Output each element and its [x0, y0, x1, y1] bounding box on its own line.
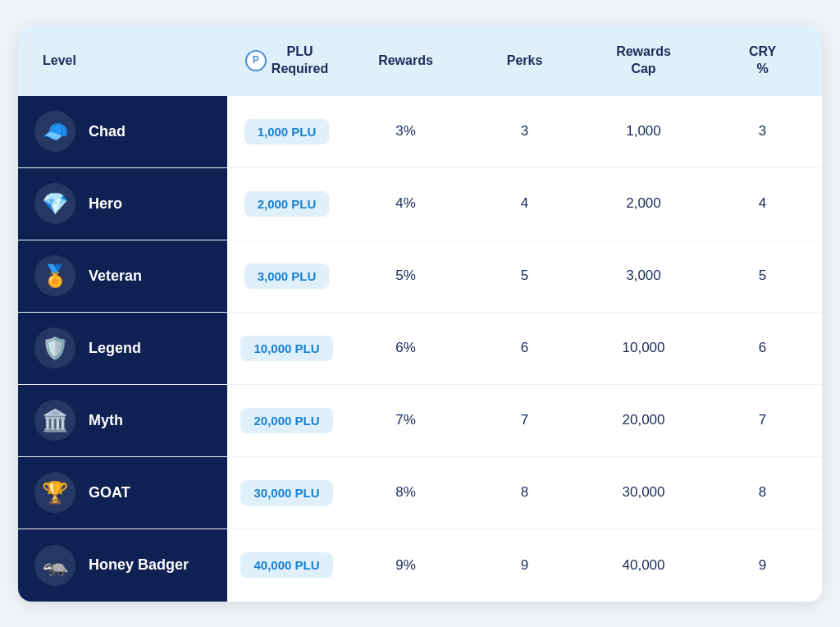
plu-header-icon-group: P PLURequired	[245, 43, 328, 78]
rewards-cell: 3%	[346, 96, 465, 167]
level-name: Veteran	[89, 268, 142, 286]
rewards-cell: 8%	[346, 457, 465, 529]
perks-cell: 7	[465, 385, 584, 456]
plu-cell: 10,000 PLU	[227, 313, 346, 384]
rewards-cap-cell: 10,000	[584, 313, 703, 384]
plu-badge: 20,000 PLU	[240, 408, 332, 433]
plu-cell: 3,000 PLU	[227, 240, 346, 312]
level-name: Legend	[89, 340, 141, 358]
perks-cell: 6	[465, 313, 584, 384]
col-plu: P PLURequired	[227, 25, 346, 96]
cry-cell: 4	[703, 168, 822, 240]
level-cell: 🏛️ Myth	[18, 385, 227, 456]
plu-badge: 2,000 PLU	[244, 191, 330, 217]
plu-badge: 3,000 PLU	[244, 263, 330, 289]
level-cell: 🏆 GOAT	[18, 457, 227, 529]
rewards-table: Level P PLURequired Rewards Perks Reward…	[18, 25, 822, 602]
col-perks: Perks	[465, 25, 584, 96]
level-icon: 💎	[34, 183, 75, 224]
cry-cell: 9	[703, 529, 822, 602]
plu-header-label: PLURequired	[272, 43, 328, 78]
rewards-cell: 9%	[346, 529, 465, 602]
level-icon: 🛡️	[34, 327, 75, 368]
rewards-cell: 5%	[346, 240, 465, 312]
level-cell: 💎 Hero	[18, 168, 227, 240]
plu-cell: 1,000 PLU	[227, 96, 346, 167]
cry-header-label: CRY%	[749, 43, 776, 78]
plu-badge: 30,000 PLU	[240, 480, 332, 506]
cry-cell: 6	[703, 313, 822, 384]
level-cell: 🦡 Honey Badger	[18, 529, 227, 602]
rewards-cap-cell: 30,000	[584, 457, 703, 529]
level-name: GOAT	[89, 484, 130, 502]
rewards-cell: 6%	[346, 313, 465, 384]
perks-cell: 4	[465, 168, 584, 240]
level-name: Hero	[89, 195, 122, 213]
plu-cell: 2,000 PLU	[227, 168, 346, 240]
level-cell: 🧢 Chad	[18, 96, 227, 167]
plu-circle-icon: P	[245, 50, 267, 71]
table-body: 🧢 Chad 1,000 PLU 3% 3 1,000 3 💎 Hero 2,0…	[18, 96, 822, 602]
table-row: 🏅 Veteran 3,000 PLU 5% 5 3,000 5	[18, 240, 822, 313]
level-header-label: Level	[43, 53, 76, 70]
rewards-cell: 4%	[346, 168, 465, 240]
cry-cell: 5	[703, 240, 822, 312]
plu-badge: 40,000 PLU	[240, 552, 332, 578]
rewards-cap-cell: 2,000	[584, 168, 703, 240]
table-row: 🏆 GOAT 30,000 PLU 8% 8 30,000 8	[18, 457, 822, 529]
level-icon: 🏆	[34, 472, 75, 513]
perks-cell: 8	[465, 457, 584, 529]
plu-badge: 1,000 PLU	[244, 119, 330, 144]
table-header: Level P PLURequired Rewards Perks Reward…	[18, 25, 822, 96]
table-row: 💎 Hero 2,000 PLU 4% 4 2,000 4	[18, 168, 822, 240]
cry-cell: 8	[703, 457, 822, 529]
perks-cell: 3	[465, 96, 584, 167]
cry-cell: 7	[703, 385, 822, 456]
col-rewards: Rewards	[346, 25, 465, 96]
plu-cell: 20,000 PLU	[227, 385, 346, 456]
table-row: 🦡 Honey Badger 40,000 PLU 9% 9 40,000 9	[18, 529, 822, 602]
col-rewards-cap: RewardsCap	[584, 25, 703, 96]
level-icon: 🦡	[34, 545, 75, 586]
level-name: Myth	[89, 412, 123, 430]
cry-cell: 3	[703, 96, 822, 167]
rewards-cap-cell: 20,000	[584, 385, 703, 456]
rewards-header-label: Rewards	[378, 53, 433, 70]
level-icon: 🧢	[34, 111, 75, 152]
plu-badge: 10,000 PLU	[240, 336, 332, 361]
level-icon: 🏛️	[34, 400, 75, 441]
col-cry: CRY%	[703, 25, 822, 96]
perks-header-label: Perks	[507, 53, 543, 70]
plu-cell: 30,000 PLU	[227, 457, 346, 529]
rewards-cap-cell: 40,000	[584, 529, 703, 602]
table-row: 🛡️ Legend 10,000 PLU 6% 6 10,000 6	[18, 313, 822, 385]
level-name: Chad	[89, 123, 126, 141]
level-name: Honey Badger	[89, 556, 189, 574]
plu-cell: 40,000 PLU	[227, 529, 346, 602]
rewards-cap-cell: 1,000	[584, 96, 703, 167]
table-row: 🧢 Chad 1,000 PLU 3% 3 1,000 3	[18, 96, 822, 168]
perks-cell: 9	[465, 529, 584, 602]
level-cell: 🛡️ Legend	[18, 313, 227, 384]
table-row: 🏛️ Myth 20,000 PLU 7% 7 20,000 7	[18, 385, 822, 457]
rewards-cap-header-label: RewardsCap	[616, 43, 671, 78]
rewards-cell: 7%	[346, 385, 465, 456]
rewards-cap-cell: 3,000	[584, 240, 703, 312]
level-icon: 🏅	[34, 255, 75, 296]
col-level: Level	[18, 25, 227, 96]
perks-cell: 5	[465, 240, 584, 312]
level-cell: 🏅 Veteran	[18, 240, 227, 312]
